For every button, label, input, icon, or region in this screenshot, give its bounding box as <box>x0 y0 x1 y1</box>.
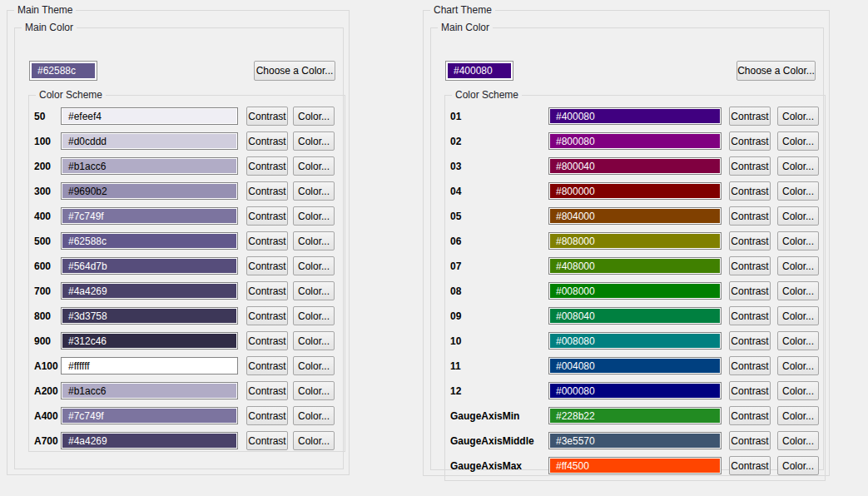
main-color-value: #62588c <box>37 65 76 77</box>
color-button[interactable]: Color... <box>777 206 819 226</box>
color-button[interactable]: Color... <box>777 156 819 176</box>
color-button[interactable]: Color... <box>293 281 335 300</box>
choose-color-button[interactable]: Choose a Color... <box>737 61 816 81</box>
color-button[interactable]: Color... <box>777 107 819 126</box>
scheme-row-label: 600 <box>34 260 51 272</box>
color-button[interactable]: Color... <box>293 406 335 425</box>
color-button[interactable]: Color... <box>777 331 819 350</box>
color-scheme-row: 200 #b1acc6 Contrast Color... <box>29 154 345 179</box>
color-button[interactable]: Color... <box>293 206 335 226</box>
color-scheme-row: 11 #004080 Contrast Color... <box>445 354 825 379</box>
color-button[interactable]: Color... <box>293 431 335 450</box>
contrast-button[interactable]: Contrast <box>246 356 288 375</box>
contrast-button[interactable]: Contrast <box>246 206 288 226</box>
contrast-button[interactable]: Contrast <box>246 107 288 126</box>
color-swatch: #9690b2 <box>61 182 238 200</box>
color-swatch: #efeef4 <box>61 107 238 125</box>
contrast-button[interactable]: Contrast <box>246 431 288 450</box>
contrast-button[interactable]: Contrast <box>729 356 771 375</box>
contrast-button[interactable]: Contrast <box>729 181 771 201</box>
contrast-button[interactable]: Contrast <box>729 107 771 126</box>
scheme-row-label: 900 <box>34 335 51 347</box>
contrast-button[interactable]: Contrast <box>246 381 288 400</box>
color-button[interactable]: Color... <box>293 181 335 201</box>
color-hex-value: #ff4500 <box>556 460 589 472</box>
color-scheme-row: 300 #9690b2 Contrast Color... <box>29 179 345 204</box>
color-swatch: #008080 <box>548 332 722 350</box>
contrast-button[interactable]: Contrast <box>246 231 288 250</box>
color-hex-value: #efeef4 <box>68 111 102 122</box>
contrast-button[interactable]: Contrast <box>246 131 288 151</box>
scheme-row-label: 500 <box>34 236 51 247</box>
contrast-button[interactable]: Contrast <box>246 156 288 176</box>
contrast-button[interactable]: Contrast <box>246 406 288 425</box>
contrast-button[interactable]: Contrast <box>729 231 771 250</box>
main-color-group: Main Color #62588c Choose a Color... Col… <box>14 27 344 469</box>
color-hex-value: #008080 <box>556 335 595 347</box>
color-hex-value: #7c749f <box>68 410 104 422</box>
color-hex-value: #3e5570 <box>556 435 595 447</box>
scheme-row-label: A100 <box>34 360 58 372</box>
color-button[interactable]: Color... <box>293 356 335 375</box>
color-button[interactable]: Color... <box>777 356 819 375</box>
color-button[interactable]: Color... <box>293 131 335 151</box>
contrast-button[interactable]: Contrast <box>729 306 771 325</box>
contrast-button[interactable]: Contrast <box>729 456 771 475</box>
color-swatch: #800000 <box>548 182 722 200</box>
color-button[interactable]: Color... <box>777 181 819 201</box>
color-swatch: #62588c <box>61 232 238 250</box>
color-button[interactable]: Color... <box>293 107 335 126</box>
color-swatch: #b1acc6 <box>61 157 238 175</box>
contrast-button[interactable]: Contrast <box>729 406 771 425</box>
color-swatch: #7c749f <box>61 207 238 225</box>
color-button[interactable]: Color... <box>293 331 335 350</box>
color-button[interactable]: Color... <box>777 231 819 250</box>
contrast-button[interactable]: Contrast <box>246 281 288 300</box>
color-button[interactable]: Color... <box>777 381 819 400</box>
scheme-row-label: 800 <box>34 310 51 322</box>
choose-color-button[interactable]: Choose a Color... <box>254 61 335 81</box>
color-hex-value: #800000 <box>556 186 595 197</box>
color-hex-value: #312c46 <box>68 335 107 347</box>
contrast-button[interactable]: Contrast <box>729 256 771 275</box>
contrast-button[interactable]: Contrast <box>729 156 771 176</box>
contrast-button[interactable]: Contrast <box>246 306 288 325</box>
color-swatch: #800040 <box>548 157 722 175</box>
contrast-button[interactable]: Contrast <box>729 281 771 300</box>
color-scheme-row: 700 #4a4269 Contrast Color... <box>29 279 345 304</box>
color-button[interactable]: Color... <box>293 306 335 325</box>
chart-theme-group: Chart Theme Main Color #400080 Choose a … <box>423 10 830 476</box>
color-button[interactable]: Color... <box>777 456 819 475</box>
contrast-button[interactable]: Contrast <box>729 131 771 151</box>
color-button[interactable]: Color... <box>777 406 819 425</box>
color-button[interactable]: Color... <box>777 431 819 450</box>
scheme-row-label: 12 <box>450 385 461 397</box>
contrast-button[interactable]: Contrast <box>246 181 288 201</box>
contrast-button[interactable]: Contrast <box>729 431 771 450</box>
color-hex-value: #804000 <box>556 211 595 222</box>
color-button[interactable]: Color... <box>293 256 335 275</box>
color-button[interactable]: Color... <box>293 381 335 400</box>
color-button[interactable]: Color... <box>777 256 819 275</box>
contrast-button[interactable]: Contrast <box>729 206 771 226</box>
color-swatch: #808000 <box>548 232 722 250</box>
scheme-row-label: 08 <box>450 285 461 297</box>
contrast-button[interactable]: Contrast <box>246 256 288 275</box>
color-button[interactable]: Color... <box>777 281 819 300</box>
color-hex-value: #564d7b <box>68 260 107 272</box>
color-button[interactable]: Color... <box>777 306 819 325</box>
group-title: Color Scheme <box>36 89 106 101</box>
contrast-button[interactable]: Contrast <box>246 331 288 350</box>
color-button[interactable]: Color... <box>293 156 335 176</box>
color-scheme-rows: 50 #efeef4 Contrast Color... 100 #d0cddd… <box>29 104 345 454</box>
color-hex-value: #408000 <box>556 260 595 272</box>
contrast-button[interactable]: Contrast <box>729 331 771 350</box>
scheme-row-label: 09 <box>450 310 461 322</box>
color-scheme-row: 12 #000080 Contrast Color... <box>445 379 825 404</box>
contrast-button[interactable]: Contrast <box>729 381 771 400</box>
color-swatch: #3d3758 <box>61 307 238 325</box>
color-scheme-row: 02 #800080 Contrast Color... <box>445 129 825 154</box>
color-hex-value: #d0cddd <box>68 136 107 147</box>
color-button[interactable]: Color... <box>293 231 335 250</box>
color-button[interactable]: Color... <box>777 131 819 151</box>
